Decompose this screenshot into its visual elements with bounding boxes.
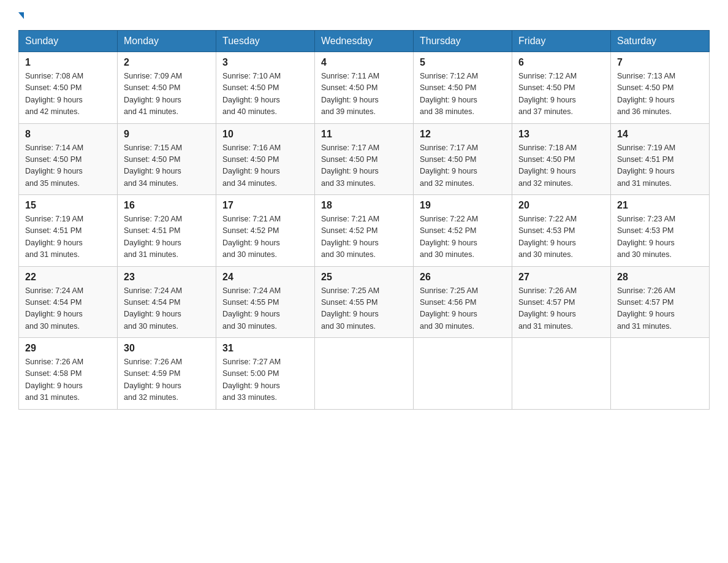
calendar-cell: 1 Sunrise: 7:08 AM Sunset: 4:50 PM Dayli… — [19, 52, 118, 124]
calendar-cell: 6 Sunrise: 7:12 AM Sunset: 4:50 PM Dayli… — [512, 52, 611, 124]
calendar-cell: 4 Sunrise: 7:11 AM Sunset: 4:50 PM Dayli… — [315, 52, 414, 124]
calendar-cell: 26 Sunrise: 7:25 AM Sunset: 4:56 PM Dayl… — [414, 266, 512, 338]
day-number: 19 — [420, 200, 506, 211]
logo — [18, 12, 25, 19]
day-number: 8 — [25, 129, 111, 140]
calendar-cell: 25 Sunrise: 7:25 AM Sunset: 4:55 PM Dayl… — [315, 266, 414, 338]
calendar-cell: 24 Sunrise: 7:24 AM Sunset: 4:55 PM Dayl… — [216, 266, 315, 338]
day-info: Sunrise: 7:15 AM Sunset: 4:50 PM Dayligh… — [124, 142, 210, 190]
day-number: 15 — [25, 200, 111, 211]
calendar-cell: 16 Sunrise: 7:20 AM Sunset: 4:51 PM Dayl… — [118, 195, 216, 267]
day-info: Sunrise: 7:12 AM Sunset: 4:50 PM Dayligh… — [518, 71, 604, 118]
day-number: 12 — [420, 129, 506, 140]
calendar-cell: 29 Sunrise: 7:26 AM Sunset: 4:58 PM Dayl… — [19, 338, 118, 410]
calendar-cell — [611, 338, 710, 410]
day-number: 5 — [420, 57, 506, 68]
day-number: 2 — [124, 57, 210, 68]
day-number: 16 — [124, 200, 210, 211]
calendar-cell: 5 Sunrise: 7:12 AM Sunset: 4:50 PM Dayli… — [414, 52, 512, 124]
day-number: 28 — [617, 272, 703, 283]
week-row-4: 22 Sunrise: 7:24 AM Sunset: 4:54 PM Dayl… — [19, 266, 710, 338]
day-number: 3 — [222, 57, 308, 68]
day-info: Sunrise: 7:10 AM Sunset: 4:50 PM Dayligh… — [222, 71, 308, 118]
day-info: Sunrise: 7:17 AM Sunset: 4:50 PM Dayligh… — [420, 142, 506, 190]
calendar-cell: 3 Sunrise: 7:10 AM Sunset: 4:50 PM Dayli… — [216, 52, 315, 124]
day-number: 18 — [321, 200, 407, 211]
calendar-cell — [512, 338, 611, 410]
calendar-cell: 12 Sunrise: 7:17 AM Sunset: 4:50 PM Dayl… — [414, 123, 512, 195]
day-info: Sunrise: 7:26 AM Sunset: 4:57 PM Dayligh… — [518, 285, 604, 333]
calendar-cell: 17 Sunrise: 7:21 AM Sunset: 4:52 PM Dayl… — [216, 195, 315, 267]
calendar-cell — [414, 338, 512, 410]
day-info: Sunrise: 7:21 AM Sunset: 4:52 PM Dayligh… — [222, 213, 308, 261]
day-info: Sunrise: 7:14 AM Sunset: 4:50 PM Dayligh… — [25, 142, 111, 190]
calendar-table: SundayMondayTuesdayWednesdayThursdayFrid… — [18, 30, 710, 410]
weekday-header-thursday: Thursday — [414, 31, 512, 52]
weekday-header-friday: Friday — [512, 31, 611, 52]
calendar-cell: 23 Sunrise: 7:24 AM Sunset: 4:54 PM Dayl… — [118, 266, 216, 338]
day-number: 23 — [124, 272, 210, 283]
day-number: 7 — [617, 57, 703, 68]
calendar-cell: 13 Sunrise: 7:18 AM Sunset: 4:50 PM Dayl… — [512, 123, 611, 195]
day-info: Sunrise: 7:19 AM Sunset: 4:51 PM Dayligh… — [25, 213, 111, 261]
calendar-cell: 20 Sunrise: 7:22 AM Sunset: 4:53 PM Dayl… — [512, 195, 611, 267]
calendar-cell: 31 Sunrise: 7:27 AM Sunset: 5:00 PM Dayl… — [216, 338, 315, 410]
day-info: Sunrise: 7:26 AM Sunset: 4:58 PM Dayligh… — [25, 356, 111, 404]
weekday-header-sunday: Sunday — [19, 31, 118, 52]
day-info: Sunrise: 7:12 AM Sunset: 4:50 PM Dayligh… — [420, 71, 506, 118]
calendar-cell: 15 Sunrise: 7:19 AM Sunset: 4:51 PM Dayl… — [19, 195, 118, 267]
day-info: Sunrise: 7:26 AM Sunset: 4:57 PM Dayligh… — [617, 285, 703, 333]
day-info: Sunrise: 7:18 AM Sunset: 4:50 PM Dayligh… — [518, 142, 604, 190]
day-number: 20 — [518, 200, 604, 211]
calendar-cell: 11 Sunrise: 7:17 AM Sunset: 4:50 PM Dayl… — [315, 123, 414, 195]
calendar-cell: 27 Sunrise: 7:26 AM Sunset: 4:57 PM Dayl… — [512, 266, 611, 338]
week-row-5: 29 Sunrise: 7:26 AM Sunset: 4:58 PM Dayl… — [19, 338, 710, 410]
day-number: 14 — [617, 129, 703, 140]
day-info: Sunrise: 7:21 AM Sunset: 4:52 PM Dayligh… — [321, 213, 407, 261]
day-number: 24 — [222, 272, 308, 283]
day-info: Sunrise: 7:25 AM Sunset: 4:56 PM Dayligh… — [420, 285, 506, 333]
calendar-cell: 19 Sunrise: 7:22 AM Sunset: 4:52 PM Dayl… — [414, 195, 512, 267]
calendar-cell: 18 Sunrise: 7:21 AM Sunset: 4:52 PM Dayl… — [315, 195, 414, 267]
weekday-header-tuesday: Tuesday — [216, 31, 315, 52]
day-info: Sunrise: 7:19 AM Sunset: 4:51 PM Dayligh… — [617, 142, 703, 190]
calendar-cell: 2 Sunrise: 7:09 AM Sunset: 4:50 PM Dayli… — [118, 52, 216, 124]
calendar-cell: 30 Sunrise: 7:26 AM Sunset: 4:59 PM Dayl… — [118, 338, 216, 410]
week-row-3: 15 Sunrise: 7:19 AM Sunset: 4:51 PM Dayl… — [19, 195, 710, 267]
day-info: Sunrise: 7:22 AM Sunset: 4:52 PM Dayligh… — [420, 213, 506, 261]
day-info: Sunrise: 7:09 AM Sunset: 4:50 PM Dayligh… — [124, 71, 210, 118]
week-row-1: 1 Sunrise: 7:08 AM Sunset: 4:50 PM Dayli… — [19, 52, 710, 124]
day-number: 1 — [25, 57, 111, 68]
day-info: Sunrise: 7:24 AM Sunset: 4:55 PM Dayligh… — [222, 285, 308, 333]
day-number: 6 — [518, 57, 604, 68]
weekday-header-monday: Monday — [118, 31, 216, 52]
weekday-header-row: SundayMondayTuesdayWednesdayThursdayFrid… — [19, 31, 710, 52]
calendar-cell: 28 Sunrise: 7:26 AM Sunset: 4:57 PM Dayl… — [611, 266, 710, 338]
day-info: Sunrise: 7:13 AM Sunset: 4:50 PM Dayligh… — [617, 71, 703, 118]
day-info: Sunrise: 7:26 AM Sunset: 4:59 PM Dayligh… — [124, 356, 210, 404]
day-info: Sunrise: 7:11 AM Sunset: 4:50 PM Dayligh… — [321, 71, 407, 118]
day-info: Sunrise: 7:08 AM Sunset: 4:50 PM Dayligh… — [25, 71, 111, 118]
logo-triangle-icon — [18, 12, 24, 19]
calendar-cell: 14 Sunrise: 7:19 AM Sunset: 4:51 PM Dayl… — [611, 123, 710, 195]
day-number: 27 — [518, 272, 604, 283]
day-number: 10 — [222, 129, 308, 140]
calendar-cell — [315, 338, 414, 410]
day-info: Sunrise: 7:20 AM Sunset: 4:51 PM Dayligh… — [124, 213, 210, 261]
day-info: Sunrise: 7:23 AM Sunset: 4:53 PM Dayligh… — [617, 213, 703, 261]
day-number: 26 — [420, 272, 506, 283]
day-number: 25 — [321, 272, 407, 283]
calendar-cell: 7 Sunrise: 7:13 AM Sunset: 4:50 PM Dayli… — [611, 52, 710, 124]
day-info: Sunrise: 7:25 AM Sunset: 4:55 PM Dayligh… — [321, 285, 407, 333]
day-number: 31 — [222, 343, 308, 354]
weekday-header-saturday: Saturday — [611, 31, 710, 52]
day-info: Sunrise: 7:16 AM Sunset: 4:50 PM Dayligh… — [222, 142, 308, 190]
day-info: Sunrise: 7:27 AM Sunset: 5:00 PM Dayligh… — [222, 356, 308, 404]
day-info: Sunrise: 7:17 AM Sunset: 4:50 PM Dayligh… — [321, 142, 407, 190]
day-info: Sunrise: 7:24 AM Sunset: 4:54 PM Dayligh… — [124, 285, 210, 333]
calendar-cell: 21 Sunrise: 7:23 AM Sunset: 4:53 PM Dayl… — [611, 195, 710, 267]
day-info: Sunrise: 7:24 AM Sunset: 4:54 PM Dayligh… — [25, 285, 111, 333]
day-number: 13 — [518, 129, 604, 140]
day-number: 21 — [617, 200, 703, 211]
calendar-cell: 10 Sunrise: 7:16 AM Sunset: 4:50 PM Dayl… — [216, 123, 315, 195]
